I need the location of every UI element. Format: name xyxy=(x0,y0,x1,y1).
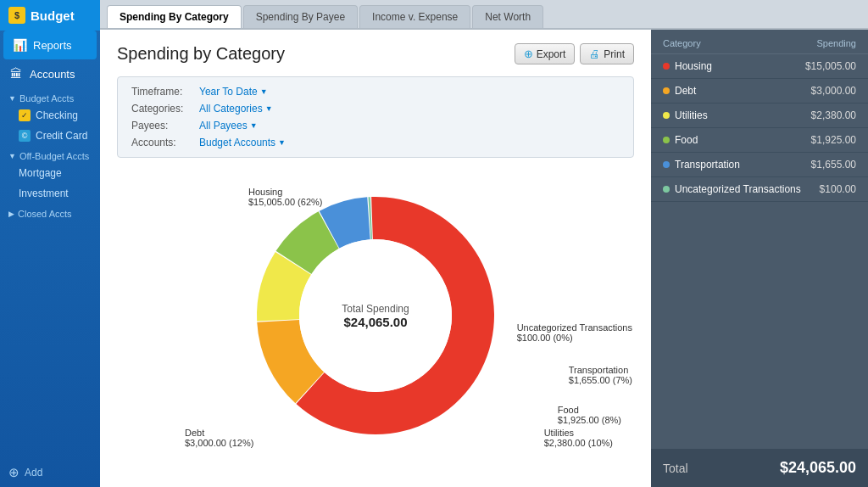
category-dot xyxy=(663,63,670,70)
chart-label-uncategorized: Uncategorized Transactions $100.00 (0%) xyxy=(517,322,632,343)
category-amount: $100.00 xyxy=(820,183,856,195)
report-actions: ⊕ Export 🖨 Print xyxy=(515,43,634,64)
report-title-text: Spending by Category xyxy=(117,44,285,64)
category-amount: $1,655.00 xyxy=(811,159,856,171)
sidebar-item-reports[interactable]: 📊 Reports xyxy=(3,31,97,59)
main-content: Spending By Category Spending By Payee I… xyxy=(100,0,868,487)
tab-spending-payee[interactable]: Spending By Payee xyxy=(243,5,358,28)
tab-spending-category[interactable]: Spending By Category xyxy=(107,5,242,28)
categories-value[interactable]: All Categories ▼ xyxy=(199,103,273,115)
tab-net-worth[interactable]: Net Worth xyxy=(472,5,543,28)
report-panel: Spending by Category ⊕ Export 🖨 Print Ti… xyxy=(100,30,651,487)
filter-accounts: Accounts: Budget Accounts ▼ xyxy=(131,137,620,148)
app-title: Budget xyxy=(31,8,75,23)
right-panel: Category Spending Housing $15,005.00 Deb… xyxy=(651,30,868,487)
filter-section: Timeframe: Year To Date ▼ Categories: Al… xyxy=(117,76,634,158)
accounts-label: Accounts: xyxy=(131,137,199,148)
chart-label-transportation: Transportation $1,655.00 (7%) xyxy=(569,365,632,385)
right-panel-rows: Housing $15,005.00 Debt $3,000.00 Utilit… xyxy=(651,54,868,202)
donut-center-value: $24,065.00 xyxy=(342,315,409,329)
add-button[interactable]: ⊕ Add xyxy=(0,458,100,487)
category-name: Transportation xyxy=(663,159,811,171)
donut-center: Total Spending $24,065.00 xyxy=(342,303,409,329)
export-icon: ⊕ xyxy=(524,48,533,60)
category-dot xyxy=(663,186,670,193)
filter-timeframe: Timeframe: Year To Date ▼ xyxy=(131,86,620,98)
donut-center-label: Total Spending xyxy=(342,303,409,315)
content-area: Spending by Category ⊕ Export 🖨 Print Ti… xyxy=(100,30,868,487)
category-name: Uncategorized Transactions xyxy=(663,183,820,195)
print-label: Print xyxy=(604,48,625,60)
categories-label: Categories: xyxy=(131,103,199,115)
payees-value[interactable]: All Payees ▼ xyxy=(199,120,258,132)
category-name: Debt xyxy=(663,85,811,97)
reports-icon: 📊 xyxy=(12,37,27,53)
donut-chart: Total Spending $24,065.00 xyxy=(240,180,511,451)
sidebar: $ Budget 📊 Reports 🏛 Accounts ▼ Budget A… xyxy=(0,0,100,487)
print-button[interactable]: 🖨 Print xyxy=(580,43,634,64)
right-panel-row: Uncategorized Transactions $100.00 xyxy=(651,177,868,202)
sidebar-item-investment[interactable]: Investment xyxy=(0,183,100,204)
budget-accts-header[interactable]: ▼ Budget Accts xyxy=(0,88,100,105)
report-tabs: Spending By Category Spending By Payee I… xyxy=(100,0,868,30)
category-amount: $15,005.00 xyxy=(805,60,856,72)
sidebar-item-credit-card[interactable]: © Credit Card xyxy=(0,126,100,146)
logo-icon: $ xyxy=(8,7,25,24)
category-amount: $1,925.00 xyxy=(811,134,856,146)
closed-accts-arrow: ▶ xyxy=(8,210,14,218)
category-dot xyxy=(663,137,670,143)
sidebar-item-mortgage[interactable]: Mortgage xyxy=(0,163,100,183)
category-name: Utilities xyxy=(663,109,811,121)
off-budget-label: Off-Budget Accts xyxy=(19,151,89,161)
right-panel-row: Utilities $2,380.00 xyxy=(651,104,868,128)
add-label: Add xyxy=(25,467,42,479)
payees-arrow: ▼ xyxy=(250,121,258,130)
total-label: Total xyxy=(663,462,688,475)
timeframe-label: Timeframe: xyxy=(131,86,199,98)
sidebar-item-checking[interactable]: ✓ Checking xyxy=(0,105,100,126)
accounts-icon: 🏛 xyxy=(8,66,24,81)
reports-label: Reports xyxy=(33,39,72,52)
closed-accts-header[interactable]: ▶ Closed Accts xyxy=(0,204,100,221)
chart-container: Total Spending $24,065.00 Housing $15,00… xyxy=(117,171,634,460)
total-amount: $24,065.00 xyxy=(780,459,856,477)
accounts-value[interactable]: Budget Accounts ▼ xyxy=(199,137,286,148)
filter-payees: Payees: All Payees ▼ xyxy=(131,120,620,132)
right-panel-row: Transportation $1,655.00 xyxy=(651,153,868,177)
credit-card-icon: © xyxy=(19,130,31,142)
accounts-arrow: ▼ xyxy=(278,138,286,147)
sidebar-item-accounts[interactable]: 🏛 Accounts xyxy=(0,59,100,88)
category-amount: $2,380.00 xyxy=(811,109,856,121)
payees-label: Payees: xyxy=(131,120,199,132)
checking-label: Checking xyxy=(36,109,78,121)
app-logo[interactable]: $ Budget xyxy=(0,0,100,31)
timeframe-value[interactable]: Year To Date ▼ xyxy=(199,86,268,98)
category-dot xyxy=(663,87,670,94)
right-panel-row: Debt $3,000.00 xyxy=(651,79,868,104)
off-budget-header[interactable]: ▼ Off-Budget Accts xyxy=(0,146,100,163)
category-name: Housing xyxy=(663,60,805,72)
right-panel-header: Category Spending xyxy=(651,30,868,54)
chart-label-utilities: Utilities $2,380.00 (10%) xyxy=(544,428,613,448)
accounts-label: Accounts xyxy=(30,68,75,81)
category-amount: $3,000.00 xyxy=(811,85,856,97)
report-title-row: Spending by Category ⊕ Export 🖨 Print xyxy=(117,43,634,64)
budget-accts-arrow: ▼ xyxy=(8,94,16,103)
chart-label-food: Food $1,925.00 (8%) xyxy=(558,405,621,425)
col-spending: Spending xyxy=(817,38,857,48)
categories-arrow: ▼ xyxy=(265,104,273,113)
mortgage-label: Mortgage xyxy=(19,167,62,179)
add-icon: ⊕ xyxy=(8,465,19,480)
export-button[interactable]: ⊕ Export xyxy=(515,43,576,64)
closed-accts-label: Closed Accts xyxy=(18,209,72,219)
investment-label: Investment xyxy=(19,188,69,199)
col-category: Category xyxy=(663,38,701,48)
tab-income-expense[interactable]: Income v. Expense xyxy=(359,5,470,28)
credit-card-label: Credit Card xyxy=(36,130,87,142)
export-label: Export xyxy=(537,48,566,60)
right-panel-total: Total $24,065.00 xyxy=(651,449,868,487)
category-dot xyxy=(663,112,670,119)
checking-icon: ✓ xyxy=(19,109,31,121)
right-panel-row: Housing $15,005.00 xyxy=(651,54,868,79)
right-panel-row: Food $1,925.00 xyxy=(651,128,868,153)
